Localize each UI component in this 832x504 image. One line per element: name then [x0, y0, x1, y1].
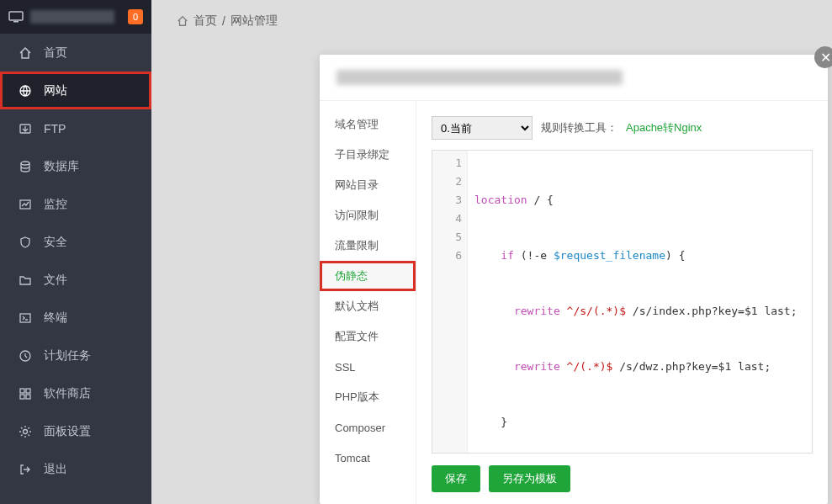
modal-tab-composer[interactable]: Composer — [320, 412, 416, 443]
modal-body: 域名管理 子目录绑定 网站目录 访问限制 流量限制 伪静态 默认文档 配置文件 … — [320, 101, 828, 504]
home-icon — [19, 46, 32, 60]
svg-rect-10 — [20, 395, 24, 399]
modal-tab-ssl[interactable]: SSL — [320, 352, 416, 382]
sidebar-item-appstore[interactable]: 软件商店 — [0, 374, 151, 412]
modal-sidebar: 域名管理 子目录绑定 网站目录 访问限制 流量限制 伪静态 默认文档 配置文件 … — [320, 101, 416, 504]
sidebar-item-label: 计划任务 — [44, 348, 91, 363]
save-button[interactable]: 保存 — [432, 465, 480, 492]
sidebar-item-label: 监控 — [44, 197, 67, 212]
code-editor[interactable]: 1 2 3 4 5 6 location / { if (!-e $reques… — [432, 150, 813, 454]
shield-icon — [19, 236, 32, 249]
editor-code[interactable]: location / { if (!-e $request_filename) … — [468, 151, 812, 453]
toolbar-label: 规则转换工具： — [541, 120, 617, 135]
globe-icon — [19, 84, 32, 98]
sidebar-item-security[interactable]: 安全 — [0, 223, 151, 261]
rewrite-template-select[interactable]: 0.当前 — [432, 116, 533, 140]
svg-point-4 — [21, 162, 29, 165]
modal-tab-webdir[interactable]: 网站目录 — [320, 170, 416, 200]
svg-rect-0 — [9, 12, 23, 20]
modal-tab-config[interactable]: 配置文件 — [320, 321, 416, 352]
sidebar-item-label: 终端 — [44, 310, 67, 326]
sidebar-item-label: 首页 — [44, 45, 67, 61]
save-as-template-button[interactable]: 另存为模板 — [489, 465, 570, 492]
sidebar-item-database[interactable]: 数据库 — [0, 147, 151, 185]
sidebar-item-logout[interactable]: 退出 — [0, 450, 151, 488]
modal-tab-tomcat[interactable]: Tomcat — [320, 443, 416, 473]
grid-icon — [19, 387, 32, 401]
panel-title-blurred — [30, 10, 114, 24]
modal-tab-php[interactable]: PHP版本 — [320, 382, 416, 412]
svg-rect-6 — [20, 314, 30, 322]
editor-gutter: 1 2 3 4 5 6 — [432, 151, 468, 453]
modal-header — [320, 55, 828, 101]
sidebar-item-label: 软件商店 — [44, 386, 91, 401]
sidebar-item-label: 文件 — [44, 273, 67, 288]
sidebar-item-website[interactable]: 网站 — [0, 72, 151, 109]
svg-rect-1 — [13, 21, 19, 23]
rewrite-toolbar: 0.当前 规则转换工具： Apache转Nginx — [432, 116, 813, 140]
modal-tab-access[interactable]: 访问限制 — [320, 200, 416, 231]
sidebar-item-label: FTP — [44, 122, 66, 135]
sidebar-item-settings[interactable]: 面板设置 — [0, 412, 151, 450]
sidebar-item-label: 安全 — [44, 235, 67, 250]
svg-rect-11 — [26, 395, 30, 399]
sidebar-item-ftp[interactable]: FTP — [0, 109, 151, 147]
svg-rect-8 — [20, 389, 24, 393]
close-icon: ✕ — [820, 50, 831, 66]
modal-tab-bandwidth[interactable]: 流量限制 — [320, 231, 416, 261]
folder-icon — [19, 273, 32, 287]
sidebar-item-home[interactable]: 首页 — [0, 34, 151, 72]
main-sidebar: 0 首页 网站 FTP 数据库 监控 安全 文件 终端 计划任务 软件商店 — [0, 0, 151, 504]
sidebar-item-label: 面板设置 — [44, 424, 91, 439]
sidebar-item-files[interactable]: 文件 — [0, 261, 151, 299]
modal-tab-subdir[interactable]: 子目录绑定 — [320, 140, 416, 170]
sidebar-item-cron[interactable]: 计划任务 — [0, 337, 151, 374]
svg-rect-9 — [26, 389, 30, 393]
modal-tab-domain[interactable]: 域名管理 — [320, 109, 416, 140]
sidebar-item-terminal[interactable]: 终端 — [0, 299, 151, 337]
chart-icon — [19, 198, 32, 211]
modal-tab-defaultdoc[interactable]: 默认文档 — [320, 291, 416, 321]
modal-buttons: 保存 另存为模板 — [432, 454, 813, 504]
gear-icon — [19, 425, 32, 438]
sidebar-topbar: 0 — [0, 0, 151, 34]
sidebar-item-monitor[interactable]: 监控 — [0, 185, 151, 223]
apache-to-nginx-link[interactable]: Apache转Nginx — [626, 120, 702, 135]
clock-icon — [19, 349, 32, 363]
database-icon — [19, 160, 32, 173]
modal-content: 0.当前 规则转换工具： Apache转Nginx 1 2 3 4 5 6 — [416, 101, 828, 504]
modal-title-blurred — [337, 70, 623, 85]
main-area: 首页 / 网站管理 ✕ 域名管理 子目录绑定 网站目录 访问限制 流量限制 伪静… — [151, 0, 832, 504]
terminal-icon — [19, 311, 32, 325]
site-settings-modal: ✕ 域名管理 子目录绑定 网站目录 访问限制 流量限制 伪静态 默认文档 配置文… — [320, 55, 828, 504]
notification-badge[interactable]: 0 — [128, 9, 143, 24]
modal-close-button[interactable]: ✕ — [814, 46, 832, 68]
logout-icon — [19, 463, 32, 476]
ftp-icon — [19, 122, 32, 135]
sidebar-item-label: 退出 — [44, 462, 67, 477]
sidebar-item-label: 数据库 — [44, 159, 79, 174]
svg-point-12 — [24, 429, 28, 433]
sidebar-item-label: 网站 — [44, 83, 67, 98]
modal-tab-rewrite[interactable]: 伪静态 — [320, 261, 416, 291]
monitor-icon — [8, 11, 24, 23]
